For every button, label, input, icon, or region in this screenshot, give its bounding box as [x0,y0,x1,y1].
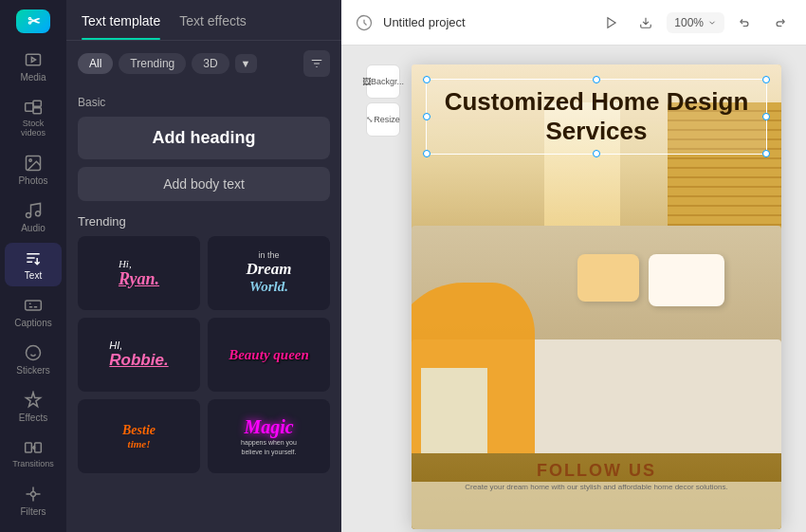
sidebar-item-filters-label: Filters [20,506,46,517]
resize-tool-btn[interactable]: ⤡ Resize [366,102,400,137]
sidebar-item-stock-label: Stock videos [12,119,54,138]
sidebar-item-audio-label: Audio [21,223,46,233]
app-logo: ✂ [16,9,50,33]
sidebar-item-transitions-label: Transitions [12,460,54,469]
follow-us-box: FOLLOW US Create your dream home with ou… [412,461,781,491]
sidebar-item-captions-label: Captions [14,318,51,328]
resize-handle-ml[interactable] [423,113,430,120]
sidebar-item-media[interactable]: Media [5,45,62,88]
canvas-image: Customized Home Design Services FOLLOW U… [412,64,781,529]
canvas-tools: 🖼 Backgr... ⤡ Resize [366,64,400,513]
tab-text-effects[interactable]: Text effects [179,0,247,40]
svg-rect-3 [33,108,41,114]
sidebar-item-stock[interactable]: Stock videos [5,92,62,144]
sidebar-item-stickers[interactable]: Stickers [5,338,62,381]
audio-icon [24,201,43,220]
main-area: Untitled project 100% 🖼 [341,0,806,532]
heading-text-selection-box[interactable]: Customized Home Design Services [426,79,767,155]
svg-point-9 [27,346,41,360]
add-body-text-button[interactable]: Add body text [78,167,330,201]
text-panel: Text template Text effects All Trending … [66,0,341,532]
panel-filters: All Trending 3D ▼ [66,41,341,86]
tab-text-template[interactable]: Text template [82,0,160,40]
project-icon [355,13,374,32]
text-icon [24,248,43,267]
sidebar-item-text[interactable]: Text [5,243,62,286]
svg-rect-8 [26,301,42,310]
resize-label: Resize [374,115,400,125]
trending-card-hi-robbie[interactable]: HI, Robbie. [78,318,200,392]
bottom-strip: FOLLOW US Create your dream home with ou… [412,482,781,529]
redo-icon [773,16,786,29]
download-btn[interactable] [632,9,659,36]
topbar-actions: 100% [598,9,793,36]
svg-point-7 [36,211,41,216]
sidebar-item-filters[interactable]: Filters [5,479,62,523]
background-tool-btn[interactable]: 🖼 Backgr... [366,64,400,99]
media-icon [24,50,43,69]
captions-icon [24,296,43,315]
download-icon [639,16,652,29]
sidebar-item-photos-label: Photos [18,175,47,186]
play-btn[interactable] [598,9,625,36]
sidebar-item-audio[interactable]: Audio [5,195,62,239]
redo-btn[interactable] [766,9,793,36]
pillow-yellow [577,254,639,302]
stickers-icon [24,343,43,362]
filter-all-btn[interactable]: All [78,53,113,74]
trending-card-hi-ryan[interactable]: Hi, Ryan. [78,236,200,310]
trending-card-beauty-queen[interactable]: Beauty queen [208,318,330,392]
zoom-control[interactable]: 100% [667,12,724,33]
transitions-icon [24,438,43,457]
follow-us-sub: Create your dream home with our stylish … [412,483,781,491]
chevron-down-icon [707,18,717,28]
photos-icon [24,154,43,173]
filter-3d-btn[interactable]: 3D [192,53,229,74]
svg-rect-0 [27,54,41,65]
add-heading-button[interactable]: Add heading [78,117,330,159]
canvas-area: 🖼 Backgr... ⤡ Resize [341,46,806,532]
filters-icon [24,485,43,504]
svg-rect-10 [26,443,32,452]
nightstand [421,368,487,453]
undo-icon [739,16,752,29]
canvas-frame: Customized Home Design Services FOLLOW U… [412,64,781,529]
trending-card-dream-world[interactable]: in the Dream World. [208,236,330,310]
sidebar-item-effects-label: Effects [19,413,47,423]
filter-dropdown-btn[interactable]: ▼ [235,54,257,73]
topbar: Untitled project 100% [341,0,806,46]
panel-tabs: Text template Text effects [66,0,341,41]
svg-rect-1 [26,103,33,111]
trending-grid: Hi, Ryan. in the Dream World. HI, Robbie… [78,236,330,473]
sidebar: ✂ Media Stock videos Photos Audio Text C… [0,0,66,532]
play-icon [605,16,618,29]
resize-handle-tr[interactable] [762,76,770,83]
heading-text[interactable]: Customized Home Design Services [438,87,755,146]
effects-icon [24,391,43,410]
trending-section-label: Trending [78,214,330,229]
filter-trending-btn[interactable]: Trending [119,53,186,74]
sidebar-item-text-label: Text [25,270,42,281]
follow-us-text: FOLLOW US [412,461,781,481]
sidebar-item-transitions[interactable]: Transitions [5,432,62,475]
sidebar-item-captions[interactable]: Captions [5,290,62,334]
sidebar-item-photos[interactable]: Photos [5,148,62,192]
trending-card-magic[interactable]: Magic happens when youbelieve in yoursel… [208,399,330,473]
svg-point-6 [27,213,31,218]
resize-handle-tm[interactable] [593,76,600,83]
trending-card-bestie[interactable]: Bestie time! [78,399,200,473]
pillow-white [649,254,724,306]
svg-point-12 [31,492,36,497]
panel-content: Basic Add heading Add body text Trending… [66,86,341,532]
background-label: Backgr... [371,77,404,87]
sort-icon [310,57,323,70]
stock-icon [24,98,43,117]
sidebar-item-effects[interactable]: Effects [5,385,62,429]
svg-marker-13 [608,17,615,28]
sidebar-item-stickers-label: Stickers [16,365,50,376]
filter-sort-icon[interactable] [303,50,330,77]
svg-rect-2 [33,101,41,107]
sidebar-item-media-label: Media [20,72,46,83]
undo-btn[interactable] [732,9,759,36]
resize-handle-tl[interactable] [423,76,430,83]
